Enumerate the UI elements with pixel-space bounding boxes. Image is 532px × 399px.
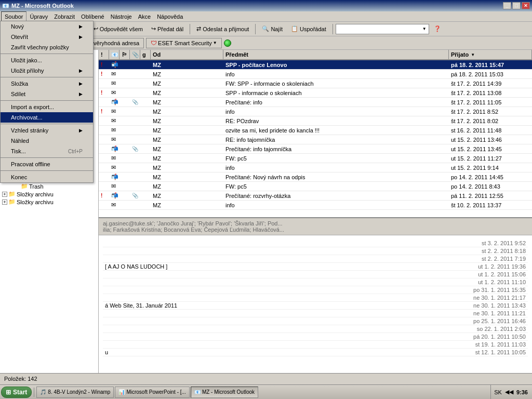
email-row-7[interactable]: ✉ MZ ozvite sa mi, ked pridete do kancla… (99, 126, 532, 135)
email-row-8[interactable]: ✉ MZ RE: info tajomníčka ut 15. 2. 2011 … (99, 135, 532, 144)
menu-item-vzhled[interactable]: Vzhled stránky ▶ (1, 125, 93, 136)
minimize-button[interactable]: _ (503, 2, 511, 9)
taskbar-powerpoint[interactable]: 📊 Microsoft PowerPoint - [... (115, 387, 189, 398)
col-header-subject[interactable]: Předmět (223, 50, 449, 59)
menu-item-slozka[interactable]: Složka ▶ (1, 78, 93, 89)
expand-icon-19[interactable]: + (2, 200, 7, 205)
email-cell-icon: ✉ (109, 135, 119, 144)
email-row-1[interactable]: ! ✉ MZ info pá 18. 2. 2011 15:03 (99, 70, 532, 79)
menu-akce[interactable]: Akce (135, 11, 154, 21)
eset-dropdown-arrow[interactable]: ▼ (213, 41, 217, 45)
expand-icon-18[interactable]: + (2, 192, 7, 197)
menu-nastroje[interactable]: Nástroje (108, 11, 135, 21)
menu-item-novy[interactable]: Nový ▶ (1, 21, 93, 32)
menu-item-offline[interactable]: Pracovat offline (1, 159, 93, 169)
start-button[interactable]: ⊞ Start (1, 387, 32, 398)
col-header-attach[interactable]: 📎 (130, 50, 140, 59)
menu-item-archivovat[interactable]: Archivovat... (1, 112, 93, 123)
menu-item-tisk[interactable]: Tisk... Ctrl+P (1, 146, 93, 156)
email-row-2[interactable]: ✉ MZ FW: SPP - informacie o skoleniach š… (99, 79, 532, 88)
email-cell-attach: 📎 (130, 191, 140, 200)
email-cell-flag (119, 98, 130, 107)
email-cell-attach: 📎 (130, 98, 140, 107)
toolbar-dropdown[interactable]: ▼ (336, 24, 429, 34)
email-cell-received: št 17. 2. 2011 13:08 (449, 88, 532, 97)
menu-upravy[interactable]: Úpravy (26, 11, 51, 21)
close-button[interactable]: ✕ (522, 2, 530, 9)
menu-item-sdilet[interactable]: Sdílet ▶ (1, 89, 93, 99)
col-header-icon[interactable]: 📧 (109, 50, 119, 59)
email-cell-attach (130, 172, 140, 181)
email-cell-folder (140, 126, 151, 135)
email-cell-from: MZ (151, 126, 223, 135)
preview-row-13: st 19. 1. 2011 11:03 (103, 341, 528, 349)
menu-napoveda[interactable]: Nápověda (154, 11, 186, 21)
col-header-folder[interactable]: g (140, 50, 151, 59)
menu-zobrazit[interactable]: Zobrazit (51, 11, 78, 21)
toolbar-dropdown-arrow[interactable]: ▼ (422, 26, 427, 31)
email-row-14[interactable]: ! 📬 📎 MZ Prečítané: rozvrhy-otázka pá 11… (99, 191, 532, 201)
menu-item-import[interactable]: Import a export... (1, 102, 93, 112)
email-cell-from: MZ (151, 135, 223, 144)
email-cell-flag (119, 79, 130, 88)
status-bar: Položek: 142 (0, 373, 532, 383)
email-row-12[interactable]: 📬 MZ Prečítané: Nový návrh na odpis po 1… (99, 172, 532, 182)
email-cell-received: št 17. 2. 2011 8:02 (449, 116, 532, 125)
col-header-important[interactable]: ! (99, 50, 109, 59)
email-cell-subject: info (223, 163, 449, 172)
email-row-3[interactable]: ! ✉ MZ SPP - informacie o skoleniach št … (99, 88, 532, 98)
menu-oblibene[interactable]: Oblíbené (78, 11, 108, 21)
email-row-10[interactable]: ✉ MZ FW: pc5 ut 15. 2. 2011 11:27 (99, 154, 532, 163)
email-cell-flag (119, 191, 130, 200)
menu-item-konec[interactable]: Konec (1, 172, 93, 182)
menu-item-ulozit[interactable]: Uložit jako... (1, 55, 93, 65)
preview-row-4: ut 1. 2. 2011 15:06 (103, 271, 528, 278)
toolbar-separator-3 (255, 24, 256, 34)
send-receive-button[interactable]: ⇄ Odeslat a přijmout (193, 23, 252, 35)
sidebar-item-19[interactable]: +📁Složky archivu (0, 198, 98, 206)
email-row-15[interactable]: ✉ MZ info št 10. 2. 2011 13:37 (99, 201, 532, 210)
menu-item-ulozit-prilohy[interactable]: Uložit přílohy ▶ (1, 65, 93, 76)
email-row-5[interactable]: ! ✉ MZ info št 17. 2. 2011 8:52 (99, 107, 532, 116)
eset-button[interactable]: 🛡 ESET Smart Security ▼ (146, 38, 222, 48)
preview-row-1: st 2. 2. 2011 8:18 (103, 247, 528, 255)
email-cell-folder (140, 154, 151, 163)
email-cell-flag (119, 201, 130, 209)
email-row-0[interactable]: ! 📬 MZ SPP - počítace Lenovo pá 18. 2. 2… (99, 60, 532, 70)
email-cell-icon: ✉ (109, 79, 119, 88)
menu-item-otevrit[interactable]: Otevřít ▶ (1, 32, 93, 42)
taskbar-outlook[interactable]: 📧 MZ - Microsoft Outlook (191, 387, 258, 398)
email-cell-from: MZ (151, 70, 223, 78)
organize-button[interactable]: 📋 Uspořádat (287, 23, 330, 35)
email-row-6[interactable]: ✉ MZ RE: POzdrav št 17. 2. 2011 8:02 (99, 116, 532, 126)
email-cell-received: ut 15. 2. 2011 9:14 (449, 163, 532, 172)
maximize-button[interactable]: □ (512, 2, 521, 9)
email-cell-folder (140, 107, 151, 116)
email-row-11[interactable]: ✉ MZ info ut 15. 2. 2011 9:14 (99, 163, 532, 172)
taskbar-winamp[interactable]: 🎵 8. 4B-V Londýn2 - Winamp (36, 387, 114, 398)
forward-button[interactable]: ↪ Předat dál (148, 23, 187, 35)
email-row-4[interactable]: 📬 📎 MZ Prečítané: info št 17. 2. 2011 11… (99, 98, 532, 107)
window-controls[interactable]: _ □ ✕ (503, 2, 530, 9)
email-cell-folder (140, 163, 151, 172)
email-cell-received: ut 15. 2. 2011 11:27 (449, 154, 532, 163)
email-cell-important: ! (99, 60, 109, 69)
col-header-flag[interactable]: 🏳 (119, 50, 130, 59)
sidebar-item-18[interactable]: +📁Složky archivu (0, 190, 98, 198)
email-row-13[interactable]: ✉ MZ FW: pc5 po 14. 2. 2011 8:43 (99, 182, 532, 191)
menu-item-zavrit[interactable]: Zavřít všechny položky (1, 42, 93, 52)
menu-soubor[interactable]: Soubor (1, 11, 26, 21)
find-button[interactable]: 🔍 Najít (258, 23, 286, 35)
help-button[interactable]: ❓ (430, 23, 445, 35)
menu-item-nahled[interactable]: Náhled (1, 136, 93, 146)
email-cell-attach (130, 70, 140, 78)
email-cell-subject: RE: info tajomníčka (223, 135, 449, 144)
col-header-received[interactable]: Přijato ▼ (449, 50, 532, 59)
sidebar-label-19: Složky archivu (17, 199, 54, 205)
toolbar-separator-4 (332, 24, 333, 34)
sidebar-item-17[interactable]: 📁Trash (0, 182, 98, 190)
reply-all-button[interactable]: ↩↩ Odpovědět všem (85, 23, 147, 35)
email-row-9[interactable]: 📬 📎 MZ Prečítané: info tajomníčka ut 15.… (99, 144, 532, 154)
preview-row-11: so 22. 1. 2011 2:03 (103, 325, 528, 333)
col-header-from[interactable]: Od (151, 50, 223, 59)
